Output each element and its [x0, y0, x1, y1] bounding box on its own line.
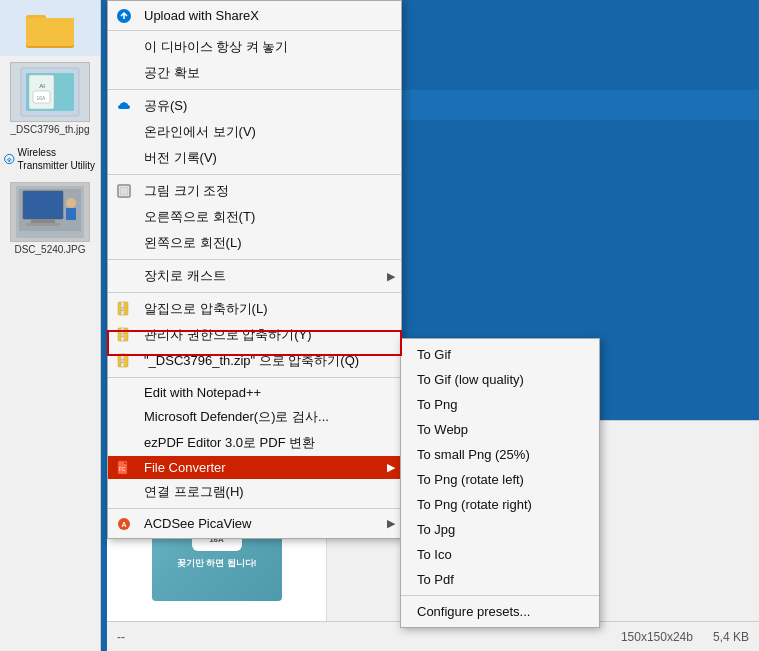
context-menu: Upload with ShareX 이 디바이스 항상 켜 놓기 공간 확보 …: [107, 0, 402, 539]
dsc3796-label: _DSC3796_th.jpg: [11, 124, 90, 136]
submenu-item-to-ico[interactable]: To Ico: [401, 542, 599, 567]
thumb-preview: AI 16A: [11, 63, 89, 121]
submenu-to-gif-low-label: To Gif (low quality): [417, 372, 524, 387]
submenu-to-png-label: To Png: [417, 397, 457, 412]
acdsee-arrow-icon: ▶: [387, 517, 395, 530]
image-resize-icon: [116, 183, 132, 199]
submenu-item-configure-presets[interactable]: Configure presets...: [401, 599, 599, 624]
wtu-item[interactable]: Wireless Transmitter Utility: [0, 142, 100, 176]
svg-text:16A: 16A: [37, 95, 47, 101]
zip-icon-2: Z: [116, 327, 132, 343]
menu-item-ezpdf[interactable]: ezPDF Editor 3.0로 PDF 변환: [108, 430, 401, 456]
submenu-item-to-png[interactable]: To Png: [401, 392, 599, 417]
separator-7: [108, 508, 401, 509]
menu-alzip-label: 알집으로 압축하기(L): [144, 300, 385, 318]
svg-text:Z: Z: [121, 358, 124, 364]
svg-point-18: [66, 198, 76, 208]
menu-item-compress-named[interactable]: Z "_DSC3796_th.zip" 으로 압축하기(Q): [108, 348, 401, 374]
folder-icon: [26, 10, 74, 48]
menu-item-resize-image[interactable]: 그림 크기 조정: [108, 178, 401, 204]
svg-text:AI: AI: [39, 83, 45, 89]
submenu-configure-label: Configure presets...: [417, 604, 530, 619]
product-bottom-label: 꽂기만 하면 됩니다!: [177, 557, 257, 570]
menu-ezpdf-label: ezPDF Editor 3.0로 PDF 변환: [144, 434, 385, 452]
menu-compress-admin-label: 관리자 권한으로 압축하기(Y): [144, 326, 385, 344]
folder-item[interactable]: [0, 0, 100, 56]
zip-icon-1: Z: [116, 301, 132, 317]
dsc5240-thumb: [10, 182, 90, 242]
file-converter-icon: FC: [116, 460, 132, 476]
submenu-item-to-webp[interactable]: To Webp: [401, 417, 599, 442]
left-panel: AI 16A _DSC3796_th.jpg Wireless Transmit…: [0, 0, 101, 651]
zip-icon-3: Z: [116, 353, 132, 369]
menu-item-rotate-right[interactable]: 오른쪽으로 회전(T): [108, 204, 401, 230]
cloud-icon: [116, 98, 132, 114]
submenu-to-webp-label: To Webp: [417, 422, 468, 437]
cast-arrow-icon: ▶: [387, 270, 395, 283]
submenu-separator: [401, 595, 599, 596]
submenu-item-to-pdf[interactable]: To Pdf: [401, 567, 599, 592]
menu-rotate-right-label: 오른쪽으로 회전(T): [144, 208, 385, 226]
menu-notepadpp-label: Edit with Notepad++: [144, 385, 385, 400]
menu-item-upload-sharex[interactable]: Upload with ShareX: [108, 4, 401, 27]
svg-rect-22: [120, 187, 128, 195]
menu-item-share-s[interactable]: 공유(S): [108, 93, 401, 119]
menu-item-view-online[interactable]: 온라인에서 보기(V): [108, 119, 401, 145]
menu-item-cast-device[interactable]: 장치로 캐스트 ▶: [108, 263, 401, 289]
separator-2: [108, 89, 401, 90]
dsc3796-item[interactable]: AI 16A _DSC3796_th.jpg: [0, 56, 100, 142]
separator-4: [108, 259, 401, 260]
svg-point-10: [5, 154, 14, 163]
dsc5240-label: DSC_5240.JPG: [14, 244, 85, 256]
svg-text:FC: FC: [119, 466, 126, 472]
submenu-to-ico-label: To Ico: [417, 547, 452, 562]
separator-1: [108, 30, 401, 31]
menu-share-label: 공유(S): [144, 97, 385, 115]
submenu-to-png-rotate-left-label: To Png (rotate left): [417, 472, 524, 487]
menu-file-converter-label: File Converter: [144, 460, 385, 475]
status-separator: --: [117, 630, 125, 644]
submenu-item-to-jpg[interactable]: To Jpg: [401, 517, 599, 542]
menu-resize-label: 그림 크기 조정: [144, 182, 385, 200]
separator-6: [108, 377, 401, 378]
menu-item-space-recover[interactable]: 공간 확보: [108, 60, 401, 86]
menu-version-label: 버전 기록(V): [144, 149, 385, 167]
submenu-item-to-small-png[interactable]: To small Png (25%): [401, 442, 599, 467]
menu-item-acdsee[interactable]: A ACDSee PicaView ▶: [108, 512, 401, 535]
menu-item-open-program[interactable]: 연결 프로그램(H): [108, 479, 401, 505]
svg-text:Z: Z: [121, 332, 124, 338]
menu-item-defender[interactable]: Microsoft Defender(으)로 검사...: [108, 404, 401, 430]
menu-item-compress-admin[interactable]: Z 관리자 권한으로 압축하기(Y): [108, 322, 401, 348]
submenu-item-to-gif[interactable]: To Gif: [401, 342, 599, 367]
menu-cast-label: 장치로 캐스트: [144, 267, 385, 285]
submenu-item-to-png-rotate-right[interactable]: To Png (rotate right): [401, 492, 599, 517]
menu-item-version-history[interactable]: 버전 기록(V): [108, 145, 401, 171]
menu-rotate-left-label: 왼쪽으로 회전(L): [144, 234, 385, 252]
menu-item-rotate-left[interactable]: 왼쪽으로 회전(L): [108, 230, 401, 256]
acdsee-icon: A: [116, 516, 132, 532]
menu-view-online-label: 온라인에서 보기(V): [144, 123, 385, 141]
menu-item-file-converter[interactable]: FC File Converter ▶: [108, 456, 401, 479]
dsc3796-thumb: AI 16A: [10, 62, 90, 122]
menu-open-program-label: 연결 프로그램(H): [144, 483, 385, 501]
menu-item-notepadpp[interactable]: Edit with Notepad++: [108, 381, 401, 404]
svg-rect-19: [66, 208, 76, 220]
dsc5240-preview: [11, 183, 89, 241]
separator-5: [108, 292, 401, 293]
submenu-item-to-gif-low[interactable]: To Gif (low quality): [401, 367, 599, 392]
submenu-file-converter: To Gif To Gif (low quality) To Png To We…: [400, 338, 600, 628]
menu-item-device-always-on[interactable]: 이 디바이스 항상 켜 놓기: [108, 34, 401, 60]
svg-rect-15: [23, 191, 63, 219]
menu-item-compress-alzip[interactable]: Z 알집으로 압축하기(L): [108, 296, 401, 322]
submenu-to-jpg-label: To Jpg: [417, 522, 455, 537]
menu-acdsee-label: ACDSee PicaView: [144, 516, 385, 531]
file-converter-arrow-icon: ▶: [387, 461, 395, 474]
menu-space-label: 공간 확보: [144, 64, 385, 82]
menu-upload-sharex-label: Upload with ShareX: [144, 8, 385, 23]
submenu-item-to-png-rotate-left[interactable]: To Png (rotate left): [401, 467, 599, 492]
dsc5240-item[interactable]: DSC_5240.JPG: [0, 176, 100, 262]
sharex-icon: [116, 8, 132, 24]
svg-rect-16: [31, 219, 55, 223]
svg-rect-17: [26, 223, 60, 226]
separator-3: [108, 174, 401, 175]
